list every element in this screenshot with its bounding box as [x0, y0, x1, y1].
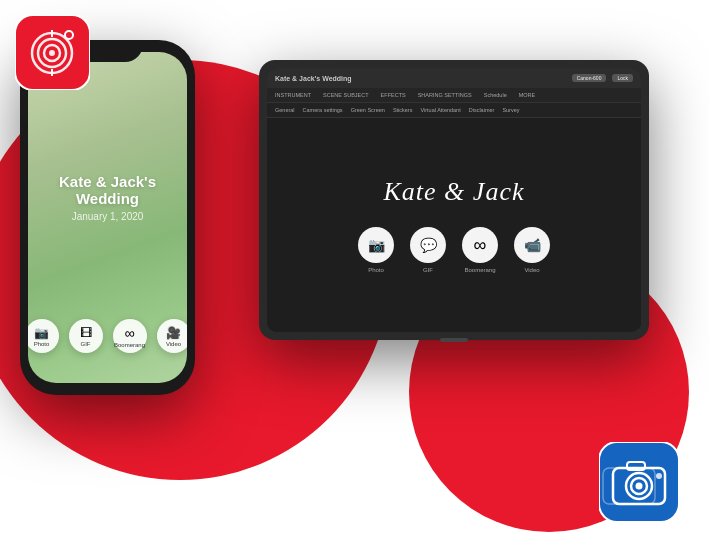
tablet-boomerang-label: Boomerang: [464, 267, 495, 273]
tablet-video-icon: 📹: [524, 237, 541, 253]
tablet-menubar: Kate & Jack's Wedding Canon-600 Lock: [267, 68, 641, 88]
tablet-subnav-camera[interactable]: Camera settings: [303, 105, 343, 115]
tablet-nav-schedule[interactable]: Schedule: [484, 90, 507, 100]
tablet-controls: Canon-600 Lock: [572, 74, 633, 82]
tablet-body: Kate & Jack's Wedding Canon-600 Lock INS…: [259, 60, 649, 340]
svg-rect-9: [599, 442, 679, 522]
tablet-device: Kate & Jack's Wedding Canon-600 Lock INS…: [259, 60, 649, 340]
tablet-navigation: INSTRUMENT SCENE SUBJECT EFFECTS SHARING…: [267, 88, 641, 103]
tablet-camera-btn[interactable]: Canon-600: [572, 74, 607, 82]
tablet-photo-circle: 📷: [358, 227, 394, 263]
phone-event-title: Kate & Jack's Wedding: [28, 173, 187, 207]
tablet-nav-more[interactable]: MORE: [519, 90, 536, 100]
tablet-home-button: [440, 338, 468, 342]
phone-btn-gif[interactable]: 🎞 GIF: [69, 319, 103, 353]
tablet-subnav-general[interactable]: General: [275, 105, 295, 115]
tablet-nav-instrument[interactable]: INSTRUMENT: [275, 90, 311, 100]
phone-action-buttons: 📷 Photo 🎞 GIF ∞ Boomerang 🎥 Video: [28, 319, 187, 353]
svg-point-16: [656, 473, 662, 479]
phone-video-label: Video: [166, 341, 181, 347]
phone-device: Kate & Jack's Wedding January 1, 2020 📷 …: [20, 40, 195, 395]
tablet-nav-scene[interactable]: SCENE SUBJECT: [323, 90, 369, 100]
phone-boomerang-icon: ∞: [125, 325, 135, 341]
phone-btn-photo[interactable]: 📷 Photo: [28, 319, 59, 353]
tablet-screen: Kate & Jack's Wedding Canon-600 Lock INS…: [267, 68, 641, 332]
tablet-sub-navigation: General Camera settings Green Screen Sti…: [267, 103, 641, 118]
tablet-video-circle: 📹: [514, 227, 550, 263]
phone-gif-label: GIF: [81, 341, 91, 347]
phone-btn-boomerang[interactable]: ∞ Boomerang: [113, 319, 147, 353]
tablet-btn-video[interactable]: 📹 Video: [514, 227, 550, 273]
tablet-subnav-green[interactable]: Green Screen: [351, 105, 385, 115]
tablet-content: Kate & Jack 📷 Photo 💬 GIF: [267, 118, 641, 332]
tablet-photo-label: Photo: [368, 267, 384, 273]
svg-point-5: [49, 50, 55, 56]
tablet-title: Kate & Jack's Wedding: [275, 75, 352, 82]
app-icon-red[interactable]: [15, 15, 90, 90]
rate-text: Rate: [402, 238, 432, 254]
tablet-gif-label: GIF: [423, 267, 433, 273]
phone-video-icon: 🎥: [166, 326, 181, 340]
tablet-subnav-survey[interactable]: Survey: [502, 105, 519, 115]
tablet-boomerang-icon: ∞: [474, 235, 487, 256]
tablet-nav-sharing[interactable]: SHARING SETTINGS: [418, 90, 472, 100]
tablet-photo-icon: 📷: [368, 237, 385, 253]
tablet-nav-effects[interactable]: EFFECTS: [381, 90, 406, 100]
phone-boomerang-label: Boomerang: [114, 342, 145, 348]
tablet-btn-boomerang[interactable]: ∞ Boomerang: [462, 227, 498, 273]
phone-photo-label: Photo: [34, 341, 50, 347]
phone-gif-icon: 🎞: [80, 326, 92, 340]
app-icon-blue[interactable]: [599, 442, 679, 522]
phone-event-date: January 1, 2020: [72, 211, 144, 222]
tablet-subnav-virtual[interactable]: Virtual Attendant: [420, 105, 460, 115]
tablet-action-buttons: 📷 Photo 💬 GIF ∞ Boomerang: [358, 227, 550, 273]
tablet-btn-photo[interactable]: 📷 Photo: [358, 227, 394, 273]
tablet-subnav-disclaimer[interactable]: Disclaimer: [469, 105, 495, 115]
phone-screen: Kate & Jack's Wedding January 1, 2020 📷 …: [28, 52, 187, 383]
tablet-video-label: Video: [524, 267, 539, 273]
tablet-event-title: Kate & Jack: [384, 177, 525, 207]
tablet-lock-btn[interactable]: Lock: [612, 74, 633, 82]
phone-btn-video[interactable]: 🎥 Video: [157, 319, 188, 353]
phone-body: Kate & Jack's Wedding January 1, 2020 📷 …: [20, 40, 195, 395]
svg-point-14: [636, 483, 643, 490]
tablet-boomerang-circle: ∞: [462, 227, 498, 263]
tablet-subnav-stickers[interactable]: Stickers: [393, 105, 413, 115]
phone-photo-icon: 📷: [34, 326, 49, 340]
